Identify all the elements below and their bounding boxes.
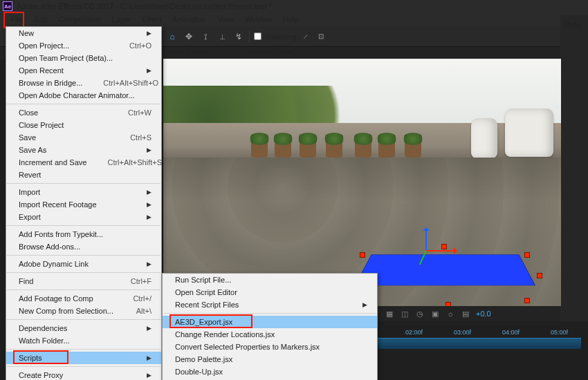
chevron-right-icon: ▶	[147, 146, 151, 153]
file-label-10: Save As	[19, 146, 46, 154]
alpha-icon[interactable]: ▤	[461, 309, 470, 319]
scripts-label-4: AE3D_Export.jsx	[175, 318, 232, 326]
chevron-right-icon: ▶	[147, 372, 151, 379]
file-item-33[interactable]: Create Proxy▶	[6, 369, 161, 380]
file-item-23[interactable]: FindCtrl+F	[6, 275, 161, 287]
chevron-right-icon: ▶	[147, 201, 151, 208]
scripts-item-7[interactable]: Demo Palette.jsx	[163, 353, 377, 365]
menu-composition[interactable]: Composition	[53, 14, 107, 25]
menu-layer[interactable]: Layer	[107, 14, 137, 25]
footage-tab[interactable]: Footage (none)	[244, 47, 295, 59]
file-item-3[interactable]: Open Recent▶	[6, 64, 161, 77]
file-item-4[interactable]: Browse in Bridge...Ctrl+Alt+Shift+O	[6, 77, 161, 89]
chevron-right-icon: ▶	[147, 213, 151, 220]
file-item-8[interactable]: Close Project	[6, 119, 161, 131]
scripts-item-1[interactable]: Open Script Editor	[163, 286, 377, 298]
file-item-28[interactable]: Dependencies▶	[6, 322, 161, 334]
menu-window[interactable]: Window	[239, 14, 277, 25]
layer-tab[interactable]: Layer (none)	[166, 47, 209, 59]
file-label-21: Adobe Dynamic Link	[19, 260, 89, 268]
file-label-23: Find	[19, 277, 33, 285]
file-item-5[interactable]: Open Adobe Character Animator...	[6, 89, 161, 102]
file-item-10[interactable]: Save As▶	[6, 144, 161, 156]
scripts-label-5: Change Render Locations.jsx	[175, 330, 275, 339]
menu-effect[interactable]: Effect	[136, 14, 167, 25]
time-ruler[interactable]: 01:00f02:00f03:00f04:00f05:00f06:00f07:0…	[343, 338, 581, 349]
menu-file[interactable]: File	[6, 14, 29, 25]
file-item-0[interactable]: New▶	[6, 27, 161, 39]
chevron-right-icon: ▶	[147, 354, 151, 361]
orbit-icon[interactable]: ✥	[183, 30, 195, 43]
file-item-31[interactable]: Scripts▶	[6, 352, 161, 364]
file-label-29: Watch Folder...	[19, 336, 70, 345]
water-tank	[505, 108, 553, 157]
file-label-18: Add Fonts from Typekit...	[19, 230, 103, 238]
menu-help[interactable]: Help	[277, 14, 304, 25]
scripts-item-0[interactable]: Run Script File...	[163, 274, 377, 286]
file-item-18[interactable]: Add Fonts from Typekit...	[6, 228, 161, 240]
water-tank-2	[471, 118, 497, 158]
file-label-2: Open Team Project (Beta)...	[19, 54, 113, 62]
scripts-label-8: Double-Up.jsx	[175, 368, 223, 376]
offset-value[interactable]: +0.0	[476, 310, 491, 318]
file-item-12[interactable]: Revert	[6, 169, 161, 181]
file-item-15[interactable]: Import Recent Footage▶	[6, 198, 161, 211]
file-label-19: Browse Add-ons...	[19, 243, 80, 251]
file-item-1[interactable]: Open Project...Ctrl+O	[6, 39, 161, 52]
scripts-item-5[interactable]: Change Render Locations.jsx	[163, 328, 377, 341]
axis-icon[interactable]: ⟟	[199, 30, 212, 43]
sun-icon[interactable]: ☼	[445, 309, 455, 319]
file-label-11: Increment and Save	[19, 158, 86, 167]
app-icon: Ae	[3, 1, 12, 11]
window-title: Adobe After Effects CC 2017 - C:\Users\N…	[17, 2, 271, 10]
menu-view[interactable]: View	[212, 14, 239, 25]
scripts-item-2[interactable]: Recent Script Files▶	[163, 298, 377, 311]
transform-gizmo[interactable]	[426, 251, 427, 251]
timecode-3: 04:00f	[502, 329, 520, 336]
snapping-icon: ⟋	[300, 30, 312, 43]
file-item-26: New Comp from Selection...Alt+\	[6, 305, 161, 317]
scripts-item-8[interactable]: Double-Up.jsx	[163, 365, 377, 378]
menu-animation[interactable]: Animation	[167, 14, 212, 25]
menu-edit[interactable]: Edit	[29, 14, 53, 25]
clock-icon[interactable]: ◷	[415, 309, 425, 319]
solid-layer[interactable]	[355, 254, 535, 285]
file-item-7[interactable]: CloseCtrl+W	[6, 106, 161, 119]
file-item-14[interactable]: Import▶	[6, 186, 161, 198]
file-menu-dropdown: New▶Open Project...Ctrl+OOpen Team Proje…	[6, 26, 162, 380]
snapping-checkbox[interactable]	[254, 32, 261, 40]
axis3-icon[interactable]: ↯	[232, 30, 245, 43]
scripts-item-4[interactable]: AE3D_Export.jsx	[163, 316, 377, 328]
file-item-9[interactable]: SaveCtrl+S	[6, 131, 161, 144]
mask-icon[interactable]: ◫	[400, 309, 410, 319]
file-label-4: Browse in Bridge...	[19, 79, 82, 87]
axis2-icon[interactable]: ⟂	[216, 30, 228, 43]
right-hint-label: Defa	[564, 21, 580, 29]
file-item-16[interactable]: Export▶	[6, 211, 161, 223]
snapping-toggle[interactable]: Snapping ⟋ ⊡	[254, 30, 327, 43]
scripts-label-2: Recent Script Files	[175, 301, 239, 309]
scripts-item-6[interactable]: Convert Selected Properties to Markers.j…	[163, 341, 377, 353]
file-label-8: Close Project	[19, 121, 64, 129]
file-item-19[interactable]: Browse Add-ons...	[6, 240, 161, 253]
file-item-11[interactable]: Increment and SaveCtrl+Alt+Shift+S	[6, 156, 161, 169]
file-label-33: Create Proxy	[19, 371, 63, 379]
file-label-26: New Comp from Selection...	[19, 307, 113, 315]
file-label-7: Close	[19, 108, 38, 117]
composition-viewport[interactable]	[163, 59, 561, 306]
camera-icon[interactable]: ▣	[430, 309, 440, 319]
file-label-15: Import Recent Footage	[19, 200, 97, 209]
chevron-right-icon: ▶	[147, 189, 151, 196]
snapping-icon-2: ⊡	[315, 30, 327, 43]
menubar: FileEditCompositionLayerEffectAnimationV…	[0, 12, 588, 26]
scripts-submenu: Run Script File...Open Script EditorRece…	[162, 273, 378, 380]
file-label-1: Open Project...	[19, 41, 69, 50]
grid-icon[interactable]: ▦	[385, 309, 394, 319]
file-label-0: New	[19, 29, 34, 37]
chevron-right-icon: ▶	[147, 260, 151, 267]
file-item-2[interactable]: Open Team Project (Beta)...	[6, 52, 161, 64]
home-icon[interactable]: ⌂	[166, 30, 178, 43]
timecode-2: 03:00f	[454, 329, 471, 336]
file-item-29[interactable]: Watch Folder...	[6, 334, 161, 347]
file-label-16: Export	[19, 213, 41, 221]
